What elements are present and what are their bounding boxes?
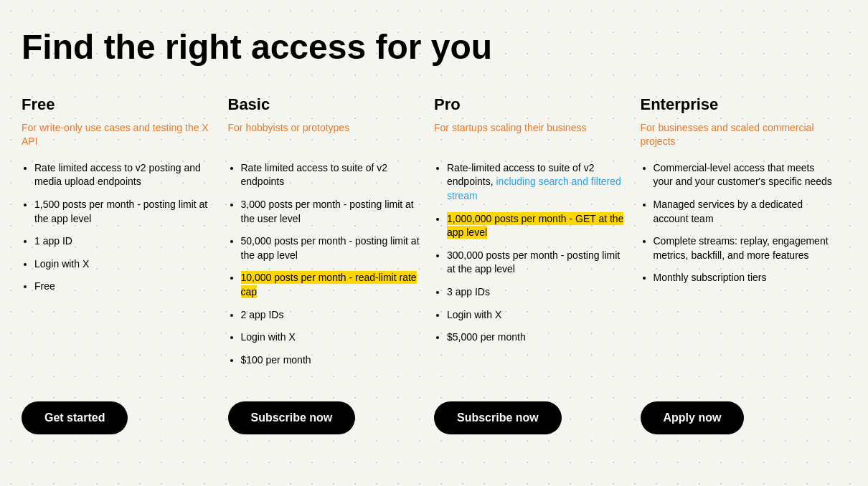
tier-basic-description: For hobbyists or prototypes [228,121,420,150]
page-title: Find the right access for you [22,29,846,67]
list-item: 2 app IDs [241,308,420,323]
tier-enterprise-name: Enterprise [641,95,833,114]
search-link[interactable]: including search and filtered stream [447,176,621,201]
list-item: 1 app ID [34,234,214,249]
tier-basic-name: Basic [228,95,420,114]
basic-subscribe-button[interactable]: Subscribe now [228,401,356,434]
tier-enterprise: Enterprise For businesses and scaled com… [641,95,847,449]
list-item: Free [34,280,214,294]
tier-free-features: Rate limited access to v2 posting and me… [22,161,214,376]
tier-pro-btn-container: Subscribe now [434,401,626,434]
tier-free-name: Free [22,95,214,114]
list-item: Rate-limited access to suite of v2 endpo… [447,161,626,204]
tier-basic: Basic For hobbyists or prototypes Rate l… [228,95,435,449]
tier-enterprise-features: Commercial-level access that meets your … [641,161,833,376]
list-item: 50,000 posts per month - posting limit a… [241,234,420,262]
list-item: Rate limited access to v2 posting and me… [34,161,214,189]
list-item: 1,000,000 posts per month - GET at the a… [447,212,626,240]
list-item: Commercial-level access that meets your … [654,161,833,189]
list-item: 3,000 posts per month - posting limit at… [241,198,420,226]
list-item: $5,000 per month [447,330,626,345]
tier-free-description: For write-only use cases and testing the… [22,121,214,150]
list-item: Login with X [241,330,420,345]
tier-enterprise-description: For businesses and scaled commercial pro… [641,121,833,150]
highlight-text: 10,000 posts per month - read-limit rate… [241,271,417,298]
list-item: Login with X [34,257,214,272]
list-item: 10,000 posts per month - read-limit rate… [241,271,420,299]
highlight-text: 1,000,000 posts per month - GET at the a… [447,212,623,239]
list-item: $100 per month [241,353,420,368]
list-item: Monthly subscription tiers [654,271,833,285]
tier-pro-name: Pro [434,95,626,114]
list-item: Complete streams: replay, engagement met… [654,234,833,262]
list-item: 1,500 posts per month - posting limit at… [34,198,214,226]
tier-enterprise-btn-container: Apply now [641,401,833,434]
tier-basic-features: Rate limited access to suite of v2 endpo… [228,161,420,376]
tier-pro-features: Rate-limited access to suite of v2 endpo… [434,161,626,376]
tier-pro: Pro For startups scaling their business … [434,95,641,449]
list-item: 3 app IDs [447,285,626,300]
list-item: Managed services by a dedicated account … [654,198,833,226]
get-started-button[interactable]: Get started [22,401,128,434]
tier-free-btn-container: Get started [22,401,214,434]
pro-subscribe-button[interactable]: Subscribe now [434,401,562,434]
tier-free: Free For write-only use cases and testin… [22,95,228,449]
tiers-grid: Free For write-only use cases and testin… [22,95,846,449]
list-item: Login with X [447,308,626,323]
list-item: Rate limited access to suite of v2 endpo… [241,161,420,189]
tier-pro-description: For startups scaling their business [434,121,626,150]
tier-basic-btn-container: Subscribe now [228,401,420,434]
apply-now-button[interactable]: Apply now [641,401,745,434]
list-item: 300,000 posts per month - posting limit … [447,249,626,277]
